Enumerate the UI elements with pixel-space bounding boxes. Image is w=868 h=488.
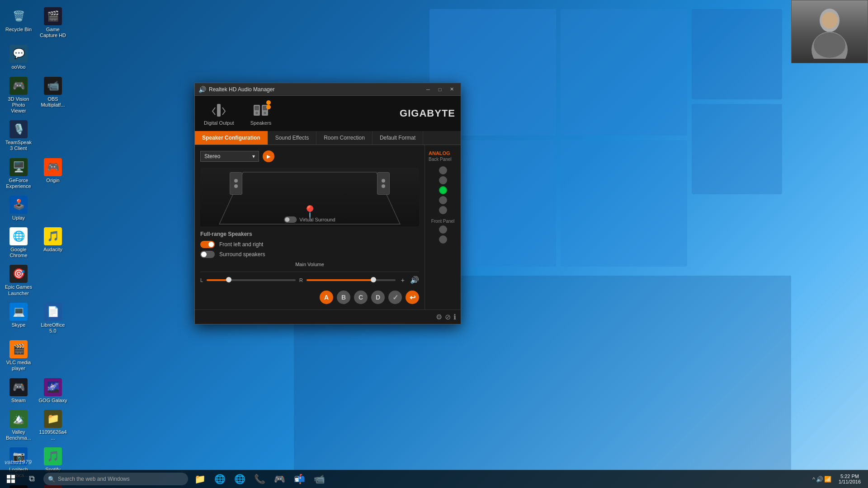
left-speaker-box[interactable] bbox=[230, 172, 242, 195]
game-capture-icon: 🎬 bbox=[44, 7, 62, 25]
gigabyte-logo: GIGABYTE bbox=[400, 108, 455, 119]
right-volume-handle[interactable] bbox=[371, 277, 376, 282]
icon-3dvision[interactable]: 🎮 3D Vision Photo Viewer bbox=[2, 74, 35, 117]
maximize-button[interactable]: □ bbox=[434, 85, 445, 94]
taskbar-app-browser1[interactable]: 🌐 bbox=[210, 470, 230, 488]
tab-speaker-configuration[interactable]: Speaker Configuration bbox=[195, 131, 268, 145]
profile-a-button[interactable]: A bbox=[320, 291, 333, 304]
jack-dot-5[interactable] bbox=[439, 206, 447, 214]
taskbar-clock[interactable]: 5:22 PM 1/11/2016 bbox=[835, 474, 864, 484]
jack-dot-front-1[interactable] bbox=[439, 225, 447, 234]
icon-gog[interactable]: 🌌 GOG Galaxy bbox=[37, 375, 69, 406]
surround-speakers-toggle[interactable] bbox=[200, 251, 215, 258]
left-volume-track[interactable] bbox=[207, 279, 296, 281]
jack-dot-2[interactable] bbox=[439, 176, 447, 184]
profile-b-button[interactable]: B bbox=[337, 291, 350, 304]
svg-rect-1 bbox=[561, 9, 687, 136]
tray-network-icon[interactable]: 📶 bbox=[824, 476, 831, 483]
icon-libreoffice[interactable]: 📄 LibreOffice 5.0 bbox=[37, 300, 69, 337]
icon-audacity[interactable]: 🎵 Audacity bbox=[37, 225, 69, 261]
tray-audio-icon[interactable]: 🔊 bbox=[816, 476, 823, 483]
vol-plus-icon: + bbox=[401, 277, 405, 284]
profile-c-button[interactable]: C bbox=[354, 291, 368, 304]
icon-label-geforce: GeForce Experience bbox=[4, 178, 33, 189]
username-text: vatsu1979 bbox=[5, 459, 32, 465]
taskbar-app-obs[interactable]: 📹 bbox=[309, 470, 329, 488]
taskbar-app-phone[interactable]: 📞 bbox=[250, 470, 269, 488]
icon-uplay[interactable]: 🕹️ Uplay bbox=[2, 193, 35, 224]
play-test-button[interactable]: ▶ bbox=[263, 150, 274, 162]
icon-label-valley: Valley Benchma... bbox=[4, 429, 33, 441]
settings-icon[interactable]: ⚙ bbox=[436, 313, 442, 321]
check-button[interactable]: ✓ bbox=[388, 291, 402, 304]
no-icon[interactable]: ⊘ bbox=[445, 313, 451, 321]
close-button[interactable]: ✕ bbox=[446, 85, 457, 94]
jack-dot-1[interactable] bbox=[439, 166, 447, 174]
icon-label-epic: Epic Games Launcher bbox=[4, 284, 33, 296]
speaker-dot-1 bbox=[266, 100, 271, 105]
front-left-right-toggle[interactable] bbox=[200, 241, 215, 248]
speakers-device[interactable]: Speakers bbox=[247, 99, 275, 127]
icon-valley[interactable]: 🏔️ Valley Benchma... bbox=[2, 407, 35, 444]
tab-default-format[interactable]: Default Format bbox=[373, 131, 423, 145]
bottom-section: A B C D ✓ ↩ bbox=[200, 291, 419, 304]
taskbar-app-browser2[interactable]: 🌐 bbox=[230, 470, 250, 488]
icon-epic[interactable]: 🎯 Epic Games Launcher bbox=[2, 262, 35, 299]
start-button[interactable] bbox=[0, 470, 22, 488]
orange-check-button[interactable]: ↩ bbox=[406, 291, 419, 304]
icon-skype[interactable]: 💻 Skype bbox=[2, 300, 35, 337]
taskbar-app-mail[interactable]: 📬 bbox=[289, 470, 309, 488]
tab-sound-effects[interactable]: Sound Effects bbox=[268, 131, 317, 145]
window-controls: ─ □ ✕ bbox=[423, 85, 457, 94]
webcam-overlay bbox=[791, 0, 868, 63]
digital-output-device[interactable]: Digital Output bbox=[200, 99, 238, 127]
profile-d-button[interactable]: D bbox=[371, 291, 385, 304]
icon-origin[interactable]: 🎮 Origin bbox=[37, 155, 69, 192]
teamspeak-icon: 🎙️ bbox=[9, 120, 28, 138]
right-speaker-box[interactable] bbox=[377, 172, 390, 195]
speakers-icon bbox=[252, 101, 270, 119]
virtual-surround-toggle[interactable] bbox=[284, 216, 297, 223]
icon-teamspeak[interactable]: 🎙️ TeamSpeak 3 Client bbox=[2, 117, 35, 154]
icon-file11[interactable]: 📁 11095626a4... bbox=[37, 407, 69, 444]
svg-rect-22 bbox=[7, 479, 10, 483]
minimize-button[interactable]: ─ bbox=[423, 85, 434, 94]
audio-icon: 🔊 bbox=[198, 86, 206, 93]
digital-output-label: Digital Output bbox=[204, 120, 234, 126]
recycle-bin-icon: 🗑️ bbox=[9, 7, 28, 25]
realtek-tabs: Speaker Configuration Sound Effects Room… bbox=[195, 131, 461, 145]
icon-chrome[interactable]: 🌐 Google Chrome bbox=[2, 225, 35, 261]
icon-geforce[interactable]: 🖥️ GeForce Experience bbox=[2, 155, 35, 192]
left-volume-handle[interactable] bbox=[226, 277, 231, 282]
icon-obs-multi[interactable]: 📹 OBS Multiplatf... bbox=[37, 74, 69, 117]
info-icon[interactable]: ℹ bbox=[453, 313, 456, 321]
icon-game-capture[interactable]: 🎬 Game Capture HD bbox=[37, 5, 69, 41]
right-volume-track[interactable] bbox=[307, 279, 396, 281]
icon-vlc[interactable]: 🎬 VLC media player bbox=[2, 338, 35, 374]
jack-dot-front-2[interactable] bbox=[439, 235, 447, 244]
speaker-mode-dropdown[interactable]: Stereo ▾ bbox=[200, 151, 259, 162]
realtek-main-panel: Stereo ▾ ▶ bbox=[195, 145, 425, 310]
gog-icon: 🌌 bbox=[44, 378, 62, 396]
taskbar-app-game[interactable]: 🎮 bbox=[269, 470, 289, 488]
obs-multi-icon: 📹 bbox=[44, 77, 62, 95]
tray-expand[interactable]: ^ bbox=[812, 476, 815, 483]
desktop-row-8: 🎯 Epic Games Launcher bbox=[2, 262, 75, 299]
taskbar-app-fileexplorer[interactable]: 📁 bbox=[190, 470, 210, 488]
front-left-right-row: Front left and right bbox=[200, 241, 419, 248]
icon-steam[interactable]: 🎮 Steam bbox=[2, 375, 35, 406]
icon-label-file11: 11095626a4... bbox=[38, 429, 67, 441]
tab-room-correction[interactable]: Room Correction bbox=[316, 131, 373, 145]
speaker-dot-2 bbox=[266, 105, 271, 109]
icon-recycle-bin[interactable]: 🗑️ Recycle Bin bbox=[2, 5, 35, 41]
task-view-button[interactable]: ⧉ bbox=[22, 470, 42, 488]
front-left-right-label: Front left and right bbox=[219, 241, 263, 248]
taskbar: ⧉ 🔍 Search the web and Windows 📁 🌐 🌐 📞 🎮… bbox=[0, 470, 868, 488]
icon-label-audacity: Audacity bbox=[43, 247, 62, 253]
spotify-icon: 🎵 bbox=[44, 447, 62, 465]
taskbar-search[interactable]: 🔍 Search the web and Windows bbox=[43, 473, 188, 485]
icon-label-libreoffice: LibreOffice 5.0 bbox=[38, 322, 67, 334]
jack-dot-3[interactable] bbox=[439, 186, 447, 194]
jack-dot-4[interactable] bbox=[439, 196, 447, 204]
icon-oovoo[interactable]: 💬 ooVoo bbox=[2, 42, 35, 73]
